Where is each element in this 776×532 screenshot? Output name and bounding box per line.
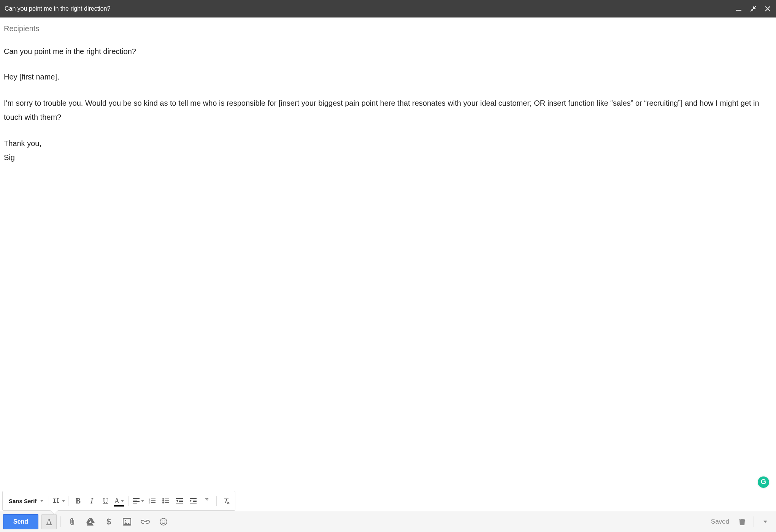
svg-rect-3 [133,501,140,502]
svg-rect-23 [193,501,197,502]
body-line: Hey [first name], [4,70,772,84]
more-options-button[interactable] [758,514,773,529]
svg-rect-19 [179,501,183,502]
indent-more-button[interactable] [187,494,200,507]
subject-input[interactable] [4,47,772,56]
svg-point-30 [164,521,165,521]
italic-button[interactable]: I [85,494,98,507]
insert-drive-button[interactable] [83,514,98,529]
svg-rect-8 [151,500,156,501]
bold-button[interactable]: B [71,494,84,507]
underline-button[interactable]: U [99,494,112,507]
svg-rect-12 [165,499,169,499]
svg-rect-22 [193,500,197,500]
font-family-dropdown[interactable]: Sans Serif [5,494,46,507]
svg-rect-20 [176,503,183,503]
svg-rect-16 [165,502,169,503]
svg-rect-18 [179,500,183,500]
recipients-placeholder: Recipients [4,24,39,33]
svg-rect-24 [190,503,197,503]
svg-text:3: 3 [149,502,150,503]
insert-photo-button[interactable] [119,514,135,529]
bulleted-list-button[interactable] [159,494,172,507]
svg-rect-1 [133,498,140,499]
body-line: I'm sorry to trouble you. Would you be s… [4,96,772,124]
divider [754,516,754,527]
format-toolbar: Sans Serif B I U A 1 2 3 [2,491,235,511]
insert-link-button[interactable] [138,514,153,529]
body-line: Thank you, [4,137,772,151]
recipients-field[interactable]: Recipients [0,17,776,40]
formatting-toggle-button[interactable]: A [41,514,57,529]
window-controls [735,5,771,13]
compose-action-bar: Send A $ Saved [0,511,776,532]
svg-rect-4 [133,503,137,503]
body-line: Sig [4,151,772,165]
text-color-button[interactable]: A [113,494,125,507]
divider [129,496,129,506]
text-color-swatch [114,505,124,507]
divider [68,496,68,506]
send-button[interactable]: Send [3,514,38,529]
compose-title: Can you point me in the right direction? [5,5,110,12]
svg-point-26 [125,520,126,521]
svg-rect-10 [151,502,156,503]
saved-status: Saved [711,518,729,526]
svg-point-29 [162,521,163,521]
subject-field-row [0,40,776,63]
svg-rect-2 [133,500,137,500]
compose-titlebar: Can you point me in the right direction? [0,0,776,17]
svg-rect-21 [190,498,197,499]
svg-point-13 [162,500,164,502]
discard-draft-button[interactable] [735,514,750,529]
attach-file-button[interactable] [65,514,80,529]
svg-rect-17 [176,498,183,499]
minimize-icon[interactable] [735,5,743,13]
insert-emoji-button[interactable] [156,514,171,529]
svg-point-15 [162,502,164,503]
insert-money-button[interactable]: $ [101,514,116,529]
pop-in-icon[interactable] [749,5,757,13]
svg-rect-0 [736,10,741,11]
font-size-dropdown[interactable] [52,494,65,507]
remove-formatting-button[interactable] [220,494,233,507]
align-button[interactable] [132,494,145,507]
compose-body[interactable]: Hey [first name], I'm sorry to trouble y… [0,63,776,491]
format-toolbar-wrap: Sans Serif B I U A 1 2 3 [0,491,776,511]
divider [49,496,49,506]
close-icon[interactable] [764,5,771,13]
font-family-label: Sans Serif [5,498,39,504]
grammarly-icon[interactable]: G [758,476,769,488]
svg-point-28 [160,518,167,525]
numbered-list-button[interactable]: 1 2 3 [146,494,159,507]
svg-rect-6 [151,499,156,499]
divider [216,496,217,506]
svg-point-11 [162,498,164,500]
svg-rect-14 [165,500,169,501]
indent-less-button[interactable] [173,494,186,507]
quote-button[interactable]: ❞ [200,494,213,507]
divider [60,516,61,527]
